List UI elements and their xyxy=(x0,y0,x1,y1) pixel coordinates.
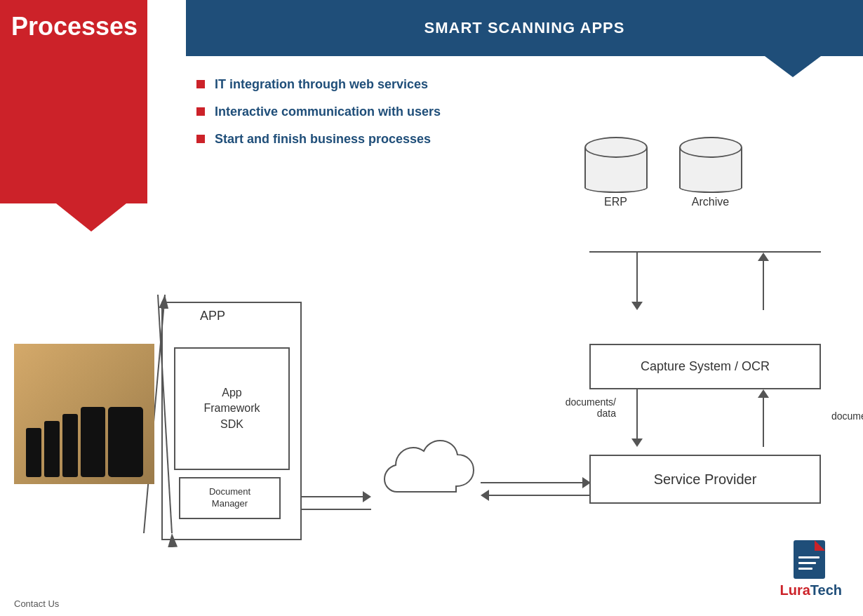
doc-manager-box: DocumentManager xyxy=(179,477,281,519)
arrow-db-to-capture-left xyxy=(631,253,643,310)
docs-data-label: documents/ data xyxy=(553,396,616,419)
db-container: ERP Archive xyxy=(582,137,744,208)
bullet-text-1: IT integration through web services xyxy=(215,77,428,92)
shaft xyxy=(636,389,638,438)
arrow-service-to-capture xyxy=(758,389,769,447)
shaft xyxy=(763,261,764,310)
arrowhead xyxy=(631,302,643,310)
tablet-2 xyxy=(108,407,143,477)
arrowhead xyxy=(481,490,489,501)
arrow-capture-to-service xyxy=(631,389,643,447)
luratech-logo: LuraTech xyxy=(780,537,842,598)
shaft xyxy=(636,253,638,302)
erp-label: ERP xyxy=(604,196,627,208)
archive-label: Archive xyxy=(692,196,729,208)
bullets-area: IT integration through web services Inte… xyxy=(196,77,603,159)
logo-tech: Tech xyxy=(810,582,842,598)
db-erp: ERP xyxy=(582,137,649,208)
red-box-pointer xyxy=(56,203,126,232)
arrow-cloud-to-service xyxy=(481,477,591,488)
bottom-left-text: Contact Us xyxy=(14,598,59,609)
shaft xyxy=(763,398,764,447)
bullet-square-3 xyxy=(196,135,205,143)
doc-manager-label: DocumentManager xyxy=(209,486,250,510)
red-processes-box: Processes xyxy=(0,0,147,203)
archive-cylinder-bottom xyxy=(679,182,742,193)
bullet-text-2: Interactive communication with users xyxy=(215,105,441,119)
docs-label: documents xyxy=(831,410,863,422)
logo-name: LuraTech xyxy=(780,582,842,598)
arrowhead xyxy=(758,389,769,398)
archive-cylinder-top xyxy=(679,137,742,158)
arrowhead xyxy=(631,438,643,447)
svg-rect-8 xyxy=(798,568,812,570)
cloud-shape xyxy=(365,434,477,511)
svg-rect-6 xyxy=(798,556,819,558)
capture-label: Capture System / OCR xyxy=(641,359,770,374)
erp-cylinder-top xyxy=(584,137,648,158)
erp-cylinder-bottom xyxy=(584,182,648,193)
capture-box: Capture System / OCR xyxy=(589,344,821,389)
bullet-square-2 xyxy=(196,107,205,116)
banner-title: SMART SCANNING APPS xyxy=(424,19,625,37)
framework-box: AppFrameworkSDK xyxy=(174,347,290,470)
phone-2 xyxy=(44,421,60,477)
arrow-capture-to-db-right xyxy=(758,253,769,310)
app-label: APP xyxy=(200,309,225,323)
blue-banner-pointer xyxy=(765,56,821,77)
service-label: Service Provider xyxy=(654,471,757,488)
shaft xyxy=(481,482,582,483)
shaft xyxy=(489,495,591,496)
arrowhead xyxy=(582,477,591,488)
service-provider-box: Service Provider xyxy=(589,455,821,504)
logo-lura: Lura xyxy=(780,582,810,598)
bullet-text-3: Start and finish business processes xyxy=(215,132,431,147)
h-line-db xyxy=(589,251,821,253)
bullet-square-1 xyxy=(196,80,205,88)
processes-title: Processes xyxy=(11,13,138,41)
luratech-icon xyxy=(790,537,832,582)
svg-rect-7 xyxy=(798,562,816,564)
phone-3 xyxy=(62,414,78,477)
shaft xyxy=(290,509,371,510)
bullet-2: Interactive communication with users xyxy=(196,105,603,119)
framework-label: AppFrameworkSDK xyxy=(203,385,260,432)
bullet-3: Start and finish business processes xyxy=(196,132,603,147)
arrow-service-to-cloud xyxy=(481,490,591,501)
tablet-1 xyxy=(81,407,105,477)
blue-banner: SMART SCANNING APPS xyxy=(186,0,863,56)
arrowhead xyxy=(758,253,769,261)
phone-1 xyxy=(26,428,41,477)
arrowhead xyxy=(363,491,371,502)
cloud-svg xyxy=(365,434,477,511)
db-archive: Archive xyxy=(677,137,744,208)
erp-cylinder xyxy=(584,137,648,193)
archive-cylinder xyxy=(679,137,742,193)
bullet-1: IT integration through web services xyxy=(196,77,603,92)
phones-group xyxy=(26,407,143,477)
phone-image xyxy=(14,344,154,484)
